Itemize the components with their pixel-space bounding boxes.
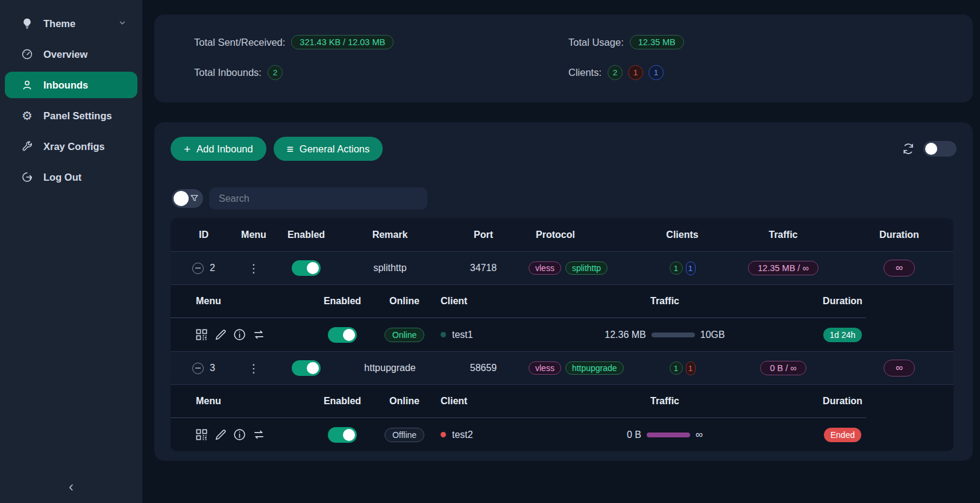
client-enabled-toggle[interactable]: [328, 427, 357, 443]
sidebar-item-inbounds[interactable]: Inbounds: [5, 72, 137, 98]
inbound-port: 34718: [438, 263, 529, 273]
info-icon[interactable]: [233, 428, 247, 442]
refresh-icon[interactable]: [902, 142, 915, 155]
total-usage-value-badge: 12.35 MB: [630, 35, 684, 49]
client-subtable: Menu Enabled Online Client Traffic Durat…: [171, 384, 953, 451]
stat-label: Total Usage:: [568, 37, 624, 48]
add-inbound-label: Add Inbound: [196, 143, 253, 155]
toggle-knob: [307, 262, 319, 274]
sidebar-item-theme[interactable]: Theme: [5, 10, 137, 37]
auto-refresh-toggle[interactable]: [923, 141, 956, 157]
wrench-icon: [20, 140, 34, 153]
inbound-remark: httpupgrade: [342, 363, 438, 373]
search-row: [172, 187, 956, 210]
inbound-id: 2: [210, 263, 215, 273]
col-header-traffic: Traffic: [721, 230, 845, 240]
clients-expired-count-badge: 1: [628, 65, 643, 80]
transport-tag: httpupgrade: [565, 361, 624, 375]
reset-traffic-icon[interactable]: [252, 328, 266, 342]
sidebar-item-overview[interactable]: Overview: [5, 41, 137, 67]
main-content: Total Sent/Received: 321.43 KB / 12.03 M…: [142, 0, 980, 503]
col-header-id: ID: [171, 230, 237, 240]
filter-toggle[interactable]: [172, 189, 203, 208]
client-row: Offline test2 0 B ∞ Ended: [171, 418, 953, 451]
client-traffic-used: 0 B: [627, 430, 641, 440]
subcol-header-client: Client: [433, 296, 562, 307]
collapse-row-icon[interactable]: [192, 363, 204, 374]
general-actions-label: General Actions: [300, 143, 369, 155]
row-menu-icon[interactable]: ⋮: [248, 261, 260, 275]
edit-icon[interactable]: [214, 328, 227, 342]
toolbar: + Add Inbound ≡ General Actions: [171, 130, 956, 168]
sidebar-item-xray-configs[interactable]: Xray Configs: [5, 133, 137, 160]
traffic-progress-bar: [647, 433, 690, 437]
inbound-traffic-badge: 12.35 MB / ∞: [748, 261, 818, 275]
col-header-remark: Remark: [342, 230, 438, 240]
search-input[interactable]: [209, 187, 427, 210]
subcol-header-client: Client: [433, 396, 562, 407]
add-inbound-button[interactable]: + Add Inbound: [171, 137, 266, 161]
inbounds-table: ID Menu Enabled Remark Port Protocol Cli…: [171, 218, 953, 451]
stat-label: Clients:: [568, 67, 602, 78]
client-count-green: 1: [670, 361, 683, 375]
total-inbounds-count-badge: 2: [268, 65, 283, 80]
client-duration-badge: 1d 24h: [823, 328, 862, 342]
inbound-row: 3 ⋮ httpupgrade 58659 vless httpupgrade …: [171, 351, 953, 384]
inbound-remark: splithttp: [342, 263, 438, 273]
sidebar-item-label: Overview: [43, 49, 87, 60]
sidebar-item-label: Log Out: [43, 172, 81, 183]
sidebar-item-label: Xray Configs: [43, 141, 105, 152]
toggle-knob: [307, 362, 319, 374]
lightbulb-icon: [20, 17, 34, 30]
col-header-menu: Menu: [237, 230, 271, 240]
sidebar-item-logout[interactable]: Log Out: [5, 164, 137, 190]
subcol-header-duration: Duration: [767, 396, 918, 407]
client-name: test2: [452, 430, 473, 440]
general-actions-button[interactable]: ≡ General Actions: [274, 137, 383, 161]
table-header-row: ID Menu Enabled Remark Port Protocol Cli…: [171, 218, 953, 251]
qr-code-icon[interactable]: [195, 428, 209, 442]
client-enabled-toggle[interactable]: [328, 327, 357, 343]
row-menu-icon[interactable]: ⋮: [248, 361, 260, 375]
sidebar-item-label: Theme: [43, 18, 75, 30]
traffic-progress-bar: [652, 333, 695, 337]
stat-clients: Clients: 2 1 1: [568, 63, 973, 82]
subcol-header-enabled: Enabled: [309, 396, 375, 407]
client-status-badge: Online: [385, 328, 424, 342]
edit-icon[interactable]: [214, 428, 227, 442]
inbound-id: 3: [210, 363, 215, 373]
stat-total-usage: Total Usage: 12.35 MB: [568, 33, 973, 52]
sent-received-value-badge: 321.43 KB / 12.03 MB: [291, 35, 394, 49]
subcol-header-traffic: Traffic: [562, 396, 767, 407]
collapse-row-icon[interactable]: [192, 263, 204, 274]
inbound-enabled-toggle[interactable]: [292, 360, 321, 376]
client-traffic-total: 10GB: [700, 330, 725, 340]
app-root: Theme Overview Inbounds ⚙ Panel Settings: [0, 0, 980, 503]
client-traffic-used: 12.36 MB: [605, 330, 645, 340]
plus-icon: +: [184, 143, 190, 155]
stats-card: Total Sent/Received: 321.43 KB / 12.03 M…: [154, 14, 973, 102]
client-count-blue: 1: [686, 261, 696, 275]
client-color-dot: [441, 332, 446, 337]
client-subtable: Menu Enabled Online Client Traffic Durat…: [171, 284, 953, 351]
clients-total-count-badge: 1: [649, 65, 664, 80]
stat-label: Total Sent/Received:: [194, 37, 285, 48]
toggle-knob: [925, 143, 937, 155]
client-count-green: 1: [670, 261, 683, 275]
clients-online-count-badge: 2: [608, 65, 623, 80]
qr-code-icon[interactable]: [195, 328, 209, 342]
subcol-header-duration: Duration: [767, 296, 918, 307]
sidebar-collapse-button[interactable]: ‹: [0, 481, 142, 492]
info-icon[interactable]: [233, 328, 247, 342]
protocol-tag: vless: [529, 361, 561, 375]
sidebar-item-panel-settings[interactable]: ⚙ Panel Settings: [5, 102, 137, 129]
inbound-duration-badge: ∞: [884, 260, 915, 276]
reset-traffic-icon[interactable]: [252, 428, 266, 442]
client-traffic-total: ∞: [696, 429, 703, 441]
inbound-enabled-toggle[interactable]: [292, 260, 321, 276]
toggle-knob: [343, 329, 355, 341]
transport-tag: splithttp: [565, 261, 608, 275]
client-count-red: 1: [686, 361, 696, 375]
client-row: Online test1 12.36 MB 10GB 1d 24h: [171, 318, 953, 351]
sidebar: Theme Overview Inbounds ⚙ Panel Settings: [0, 0, 142, 503]
